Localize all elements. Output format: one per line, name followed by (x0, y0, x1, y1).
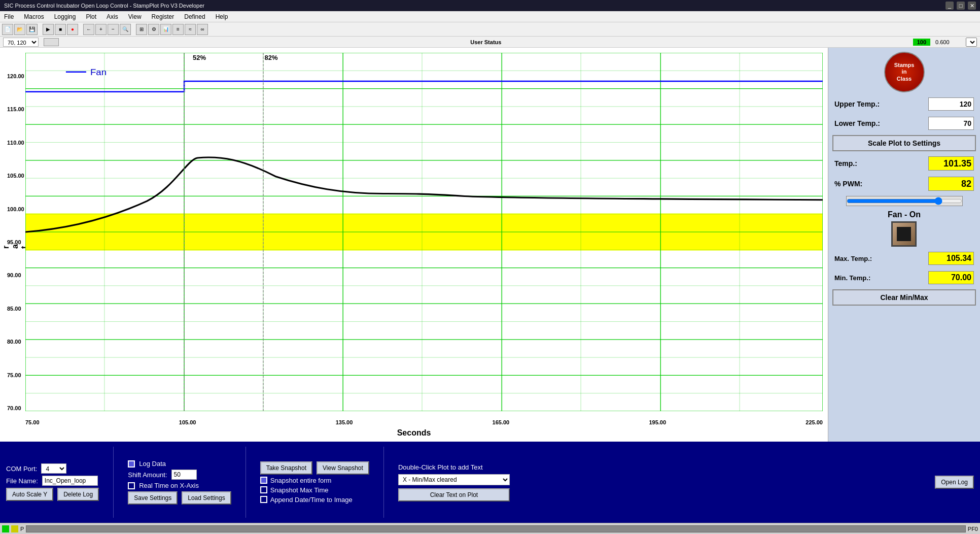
svg-text:Fan: Fan (90, 68, 107, 77)
maximize-btn[interactable]: □ (957, 2, 965, 10)
tb-chart[interactable]: 📊 (160, 24, 171, 35)
tb-open[interactable]: 📂 (14, 24, 25, 35)
strip-p-label: P (20, 526, 24, 532)
tb-extra2[interactable]: ≈ (185, 24, 196, 35)
user-status-label: User Status (64, 39, 908, 45)
menu-file[interactable]: File (2, 13, 16, 20)
clear-text-btn[interactable]: Clear Text on Plot (398, 488, 510, 502)
min-temp-row: Min. Temp.: 70.00 (832, 270, 976, 285)
com-port-label: COM Port: (6, 465, 37, 473)
tb-new[interactable]: 📄 (2, 24, 13, 35)
fan-section: Fan - On (888, 210, 921, 247)
chart-svg[interactable]: Fan 52% 82% (25, 53, 823, 411)
append-datetime-checkbox[interactable] (260, 496, 267, 503)
temp-label: Temp.: (834, 159, 857, 168)
snapshot-entire-label: Snapshot entire form (270, 477, 332, 484)
right-panel: Stamps in Class Upper Temp.: Lower Temp.… (828, 48, 980, 442)
divider-3 (383, 447, 384, 518)
menu-axis[interactable]: Axis (104, 13, 120, 20)
log-data-checkbox[interactable] (128, 460, 135, 468)
tb-extra3[interactable]: ∞ (197, 24, 208, 35)
open-log-section: Open Log (935, 476, 974, 489)
delete-log-btn[interactable]: Delete Log (57, 488, 99, 501)
auto-scale-row: Auto Scale Y Delete Log (6, 488, 99, 501)
strip-pf0-label: PF0 (968, 526, 978, 532)
max-temp-value: 105.34 (928, 252, 974, 265)
snapshot-entire-checkbox[interactable] (260, 477, 267, 484)
tb-settings[interactable]: ⚙ (148, 24, 159, 35)
bottom-strip: P PF0 (0, 523, 980, 534)
menu-register[interactable]: Register (150, 13, 177, 20)
lower-temp-input[interactable] (928, 117, 974, 130)
pwm-label: % PWM: (834, 180, 862, 188)
tb-minus[interactable]: − (108, 24, 119, 35)
strip-scrollbar[interactable] (26, 525, 965, 532)
title-text: SIC Process Control Incubator Open Loop … (4, 3, 204, 9)
upper-temp-row: Upper Temp.: (832, 96, 976, 112)
pwm-value: 82 (928, 177, 974, 191)
clear-minmax-btn[interactable]: Clear Min/Max (832, 289, 976, 306)
snapshot-entire-row: Snapshot entire form (260, 477, 369, 484)
text-annotation-label: Double-Click Plot to add Text (398, 463, 483, 471)
minimize-btn[interactable]: _ (946, 2, 954, 10)
open-log-btn[interactable]: Open Log (935, 476, 974, 489)
tb-stop[interactable]: ■ (55, 24, 66, 35)
menu-plot[interactable]: Plot (84, 13, 98, 20)
pwm-slider[interactable] (846, 196, 963, 206)
view-snapshot-btn[interactable]: View Snapshot (317, 461, 369, 475)
tb-extra1[interactable]: ≡ (172, 24, 184, 35)
take-snapshot-btn[interactable]: Take Snapshot (260, 461, 312, 475)
status-bar: 70, 120 User Status 100 0.600 (0, 37, 980, 48)
scale-plot-btn[interactable]: Scale Plot to Settings (832, 135, 976, 151)
save-settings-btn[interactable]: Save Settings (128, 491, 178, 505)
tb-plus[interactable]: + (95, 24, 107, 35)
logo: Stamps in Class (884, 52, 925, 92)
fan-button-inner (897, 227, 911, 241)
load-settings-btn[interactable]: Load Settings (182, 491, 231, 505)
log-data-label: Log Data (139, 460, 166, 468)
strip-green-indicator (2, 525, 9, 532)
max-temp-label: Max. Temp.: (834, 255, 872, 262)
com-port-select[interactable]: 4 1 2 3 (41, 463, 66, 474)
snapshot-btns-row: Take Snapshot View Snapshot (260, 461, 369, 475)
status-select2[interactable] (966, 38, 977, 47)
tb-back[interactable]: ← (83, 24, 94, 35)
range-dropdown[interactable]: 70, 120 (3, 38, 39, 47)
tb-run[interactable]: ▶ (43, 24, 54, 35)
tb-grid[interactable]: ⊞ (136, 24, 147, 35)
shift-label: Shift Amount: (128, 471, 167, 479)
menu-defined[interactable]: Defined (182, 13, 207, 20)
strip-yellow-indicator (11, 525, 18, 532)
com-file-section: COM Port: 4 1 2 3 File Name: Auto Scale … (6, 463, 99, 501)
menu-view[interactable]: View (126, 13, 144, 20)
x-axis-labels: 75.00 105.00 135.00 165.00 195.00 225.00 (25, 419, 823, 425)
lower-temp-label: Lower Temp.: (834, 119, 880, 127)
text-annotation-input-row: X - Min/Max cleared (398, 474, 923, 485)
snapshot-max-checkbox[interactable] (260, 486, 267, 493)
x-axis-title: Seconds (397, 428, 431, 438)
y-axis-labels: 120.00 115.00 110.00 105.00 100.00 95.00… (7, 73, 24, 411)
menu-logging[interactable]: Logging (52, 13, 78, 20)
fan-button[interactable] (891, 221, 917, 247)
file-name-input[interactable] (42, 476, 98, 486)
append-datetime-label: Append Date/Time to Image (270, 496, 353, 504)
menu-bar: File Macros Logging Plot Axis View Regis… (0, 11, 980, 22)
shift-row: Shift Amount: (128, 470, 231, 480)
window-controls: _ □ ✕ (946, 2, 976, 10)
real-time-checkbox[interactable] (128, 482, 135, 489)
pwm-range-input[interactable] (847, 196, 962, 206)
auto-scale-btn[interactable]: Auto Scale Y (6, 488, 53, 501)
tb-zoom[interactable]: 🔍 (120, 24, 131, 35)
menu-macros[interactable]: Macros (22, 13, 46, 20)
chart-area[interactable]: Temperature (0, 48, 828, 442)
menu-help[interactable]: Help (214, 13, 230, 20)
upper-temp-input[interactable] (928, 97, 974, 111)
real-time-label: Real Time on X-Axis (139, 482, 199, 489)
close-btn[interactable]: ✕ (968, 2, 976, 10)
text-annotation-dropdown[interactable]: X - Min/Max cleared (398, 474, 510, 485)
min-temp-value: 70.00 (928, 271, 974, 284)
tb-record[interactable]: ● (67, 24, 78, 35)
tb-save[interactable]: 💾 (26, 24, 38, 35)
shift-input[interactable] (171, 470, 197, 480)
max-temp-row: Max. Temp.: 105.34 (832, 251, 976, 266)
